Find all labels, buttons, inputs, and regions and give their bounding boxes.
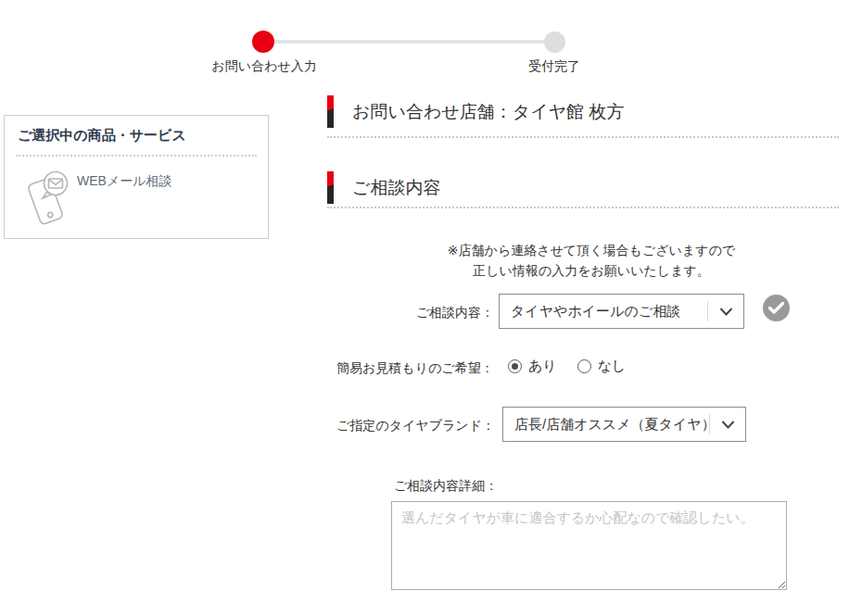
heading-accent-bar (327, 171, 334, 204)
radio-icon (577, 359, 591, 373)
consult-type-label: ご相談内容： (383, 305, 494, 321)
estimate-radio-yes[interactable]: あり (508, 358, 557, 375)
consult-heading-text: ご相談内容 (352, 171, 440, 204)
note-line-1: ※店舗から連絡させて頂く場合もございますので (380, 240, 803, 260)
progress-step-inactive-icon (544, 31, 565, 53)
note-line-2: 正しい情報の入力をお願いいたします。 (380, 260, 803, 281)
consult-type-selected-value: タイヤやホイールのご相談 (500, 303, 707, 321)
estimate-radio-no-label: なし (598, 358, 627, 375)
estimate-radio-group: あり なし (508, 358, 626, 375)
detail-label: ご相談内容詳細： (394, 478, 498, 495)
heading-accent-bar (327, 95, 334, 128)
estimate-label: 簡易お見積もりのご希望： (336, 360, 494, 377)
estimate-radio-no[interactable]: なし (577, 358, 627, 375)
selected-service-panel: ご選択中の商品・サービス WEBメール相談 (4, 115, 269, 239)
field-valid-check-icon (763, 295, 790, 321)
progress-step-active-icon (252, 31, 274, 53)
detail-textarea[interactable] (391, 501, 787, 590)
tire-brand-select[interactable]: 店長/店舗オススメ（夏タイヤ） (502, 407, 746, 442)
sidebar-item-web-mail[interactable]: WEBメール相談 (5, 164, 268, 229)
progress-step-label-complete: 受付完了 (489, 58, 619, 75)
tire-brand-selected-value: 店長/店舗オススメ（夏タイヤ） (503, 416, 709, 434)
progress-connector-line (263, 40, 555, 44)
store-heading-text: お問い合わせ店舗：タイヤ館 枚方 (352, 95, 624, 128)
chevron-down-icon (710, 421, 745, 429)
selected-service-title: ご選択中の商品・サービス (18, 127, 186, 145)
estimate-radio-yes-label: あり (528, 358, 557, 375)
chevron-down-icon (708, 308, 743, 316)
inquiry-page: お問い合わせ入力 受付完了 ご選択中の商品・サービス (0, 0, 862, 616)
sidebar-item-label: WEBメール相談 (77, 173, 172, 190)
phone-mail-icon (25, 168, 70, 229)
tire-brand-label: ご指定のタイヤブランド： (336, 418, 495, 434)
contact-note: ※店舗から連絡させて頂く場合もございますので 正しい情報の入力をお願いいたします… (380, 240, 803, 281)
radio-icon (508, 359, 522, 373)
consult-type-select[interactable]: タイヤやホイールのご相談 (499, 294, 744, 329)
sidebar-divider (16, 155, 257, 157)
section-divider (327, 207, 839, 208)
section-divider (327, 136, 839, 138)
progress-step-label-input: お問い合わせ入力 (185, 58, 343, 75)
